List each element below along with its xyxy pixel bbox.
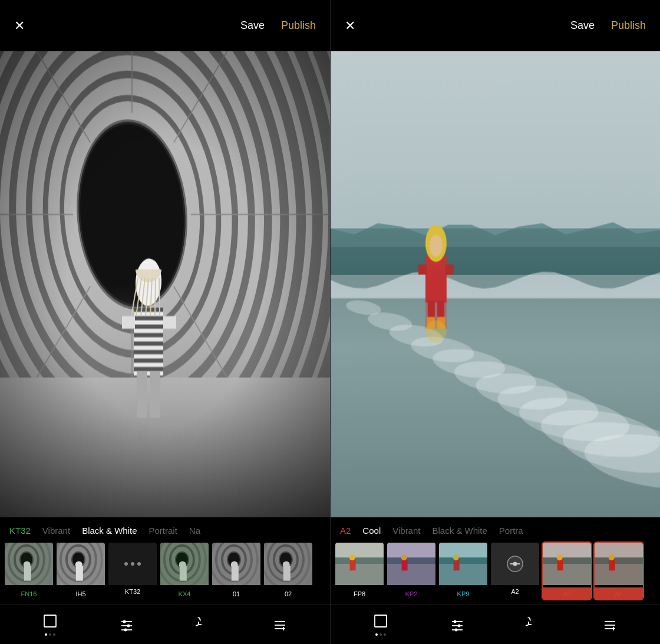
right-toolbar-sliders-icon[interactable] <box>450 617 465 632</box>
filter-thumb-fn16[interactable]: FN16 <box>5 543 53 599</box>
thumb-02-label: 02 <box>264 587 312 599</box>
right-topbar: ✕ Save Publish <box>331 0 660 51</box>
left-topbar-actions: Save Publish <box>240 19 316 32</box>
filter-thumb-a5[interactable]: A5 <box>543 543 591 599</box>
thumb-kt32-label: KT32 <box>108 585 157 598</box>
dot-active <box>45 633 47 636</box>
right-layers-svg <box>602 617 618 632</box>
right-topbar-actions: Save Publish <box>570 19 646 32</box>
filter-thumb-02[interactable]: 02 <box>264 543 312 599</box>
dot-1 <box>124 562 128 566</box>
right-toolbar-history-icon[interactable] <box>526 617 541 632</box>
filter-thumb-kt32[interactable]: KT32 <box>108 543 157 599</box>
thumb-fn16-canvas <box>5 543 53 585</box>
svg-point-17 <box>453 620 456 623</box>
thumb-kt32-dots <box>108 543 157 585</box>
a2-icon <box>507 556 523 572</box>
thumb-kp2-canvas <box>387 543 435 585</box>
thumb-kp2-label: KP2 <box>387 587 435 599</box>
a2-icon-inner <box>507 556 523 572</box>
svg-point-21 <box>454 628 457 631</box>
filter-thumb-fp8[interactable]: FP8 <box>335 543 384 599</box>
right-filter-tab-a2[interactable]: A2 <box>340 526 351 536</box>
left-image-area <box>0 51 330 517</box>
right-filter-tab-vibrant[interactable]: Vibrant <box>392 526 420 536</box>
right-dot-inactive-1 <box>380 633 382 636</box>
svg-rect-0 <box>44 615 56 627</box>
left-photo-canvas <box>0 51 330 517</box>
right-filter-thumbnails: FP8 KP2 KP9 <box>331 540 660 604</box>
left-toolbar-frame-icon[interactable] <box>42 613 58 636</box>
thumb-kp9-label: KP9 <box>439 587 487 599</box>
left-publish-button[interactable]: Publish <box>281 19 316 32</box>
right-dot-inactive-2 <box>384 633 386 636</box>
thumb-fp8-label: FP8 <box>335 587 384 599</box>
thumb-ih5-label: IH5 <box>57 587 105 599</box>
filter-thumb-kp9[interactable]: KP9 <box>439 543 487 599</box>
thumb-a8-label: A8 <box>595 587 643 599</box>
left-toolbar-layers-icon[interactable] <box>272 617 288 632</box>
svg-point-4 <box>127 624 130 627</box>
left-frame-dots <box>45 633 55 636</box>
right-save-button[interactable]: Save <box>570 19 595 32</box>
right-history-svg <box>526 617 541 632</box>
filter-thumb-a2[interactable]: A2 <box>491 543 539 599</box>
filter-thumb-01[interactable]: 01 <box>212 543 260 599</box>
thumb-01-canvas <box>212 543 260 585</box>
right-filter-tab-cool[interactable]: Cool <box>362 526 381 536</box>
thumb-fn16-label: FN16 <box>5 587 53 599</box>
left-panel: ✕ Save Publish KT32 Vibrant Black & Whit… <box>0 0 330 644</box>
right-sliders-svg <box>450 617 465 632</box>
svg-point-2 <box>123 620 126 623</box>
sliders-svg <box>119 617 134 632</box>
left-close-button[interactable]: ✕ <box>14 19 25 32</box>
left-toolbar-sliders-icon[interactable] <box>119 617 134 632</box>
right-close-button[interactable]: ✕ <box>345 19 355 32</box>
svg-point-19 <box>457 624 460 627</box>
right-frame-svg <box>373 613 388 629</box>
right-filter-tab-bw[interactable]: Black & White <box>432 526 487 536</box>
left-toolbar-history-icon[interactable] <box>196 617 211 632</box>
left-filter-tabs: KT32 Vibrant Black & White Portrait Na <box>0 517 330 540</box>
right-filter-tab-portrait[interactable]: Portra <box>499 526 523 536</box>
right-image-area <box>331 51 660 517</box>
dot-inactive-2 <box>53 633 55 636</box>
right-publish-button[interactable]: Publish <box>611 19 646 32</box>
left-filter-tab-na[interactable]: Na <box>189 526 200 536</box>
layers-svg <box>272 617 288 632</box>
thumb-a2-label: A2 <box>491 585 539 598</box>
filter-thumb-a8[interactable]: A8 <box>595 543 643 599</box>
history-svg <box>196 617 211 632</box>
thumb-a5-label: A5 <box>543 587 591 599</box>
thumb-a5-canvas <box>543 543 591 585</box>
right-toolbar-frame-icon[interactable] <box>373 613 388 636</box>
left-bottom-toolbar <box>0 604 330 644</box>
right-photo-canvas <box>331 51 660 517</box>
left-save-button[interactable]: Save <box>240 19 265 32</box>
right-frame-dots <box>375 633 386 636</box>
thumb-kp9-canvas <box>439 543 487 585</box>
filter-thumb-kp2[interactable]: KP2 <box>387 543 435 599</box>
left-filter-tab-bw[interactable]: Black & White <box>82 526 137 536</box>
right-panel: ✕ Save Publish A2 Cool Vibrant Black & W… <box>330 0 660 644</box>
thumb-01-label: 01 <box>212 587 260 599</box>
right-bottom-toolbar <box>331 604 660 644</box>
filter-thumb-ih5[interactable]: IH5 <box>57 543 105 599</box>
left-filter-thumbnails: FN16 IH5 KT32 KX4 01 02 <box>0 540 330 604</box>
left-filter-tab-vibrant[interactable]: Vibrant <box>42 526 70 536</box>
dot-inactive-1 <box>49 633 51 636</box>
frame-svg <box>42 613 58 629</box>
thumb-ih5-canvas <box>57 543 105 585</box>
dot-3 <box>137 562 141 566</box>
svg-point-14 <box>513 562 517 566</box>
left-filter-tab-kt32[interactable]: KT32 <box>9 526 31 536</box>
left-filter-tab-portrait[interactable]: Portrait <box>149 526 177 536</box>
right-dot-active <box>375 633 378 636</box>
filter-thumb-kx4[interactable]: KX4 <box>160 543 209 599</box>
thumb-02-canvas <box>264 543 312 585</box>
a2-svg <box>507 556 523 572</box>
right-filter-tabs: A2 Cool Vibrant Black & White Portra <box>331 517 660 540</box>
right-toolbar-layers-icon[interactable] <box>602 617 618 632</box>
thumb-kx4-canvas <box>160 543 209 585</box>
thumb-a8-canvas <box>595 543 643 585</box>
